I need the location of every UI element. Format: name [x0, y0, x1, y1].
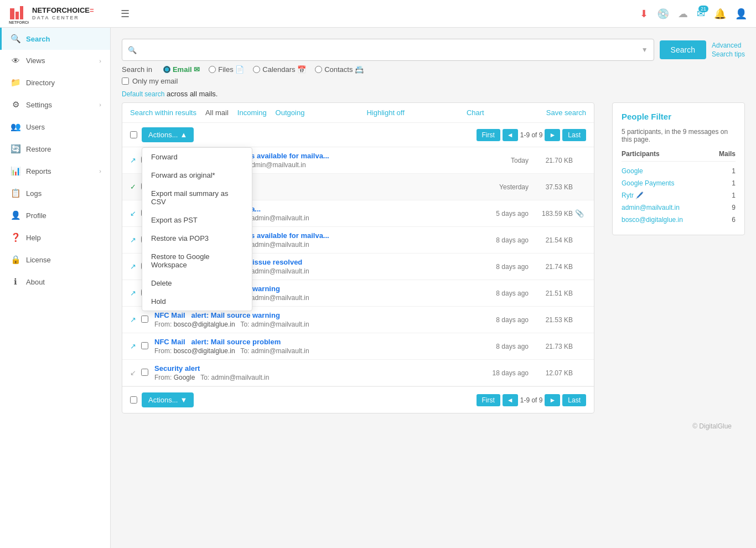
email-check-8[interactable]	[141, 342, 148, 349]
footer: © DigitalGlue	[122, 413, 745, 439]
svg-rect-1	[15, 12, 19, 19]
select-all-checkbox-bottom[interactable]	[130, 396, 137, 404]
chart-link[interactable]: Chart	[467, 108, 484, 117]
main-content: 🔍 ▼ Search Advanced Search tips Search i…	[111, 28, 756, 548]
participant-row-1: Google 1	[622, 165, 736, 177]
prev-btn-bottom[interactable]: ◄	[503, 394, 518, 406]
action-hold[interactable]: Hold	[142, 292, 252, 311]
action-delete[interactable]: Delete	[142, 274, 252, 292]
search-sidebar-icon: 🔍	[11, 34, 20, 44]
email-check-7[interactable]	[141, 316, 148, 323]
sidebar-item-settings[interactable]: ⚙ Settings ›	[0, 94, 110, 116]
participant-count-5: 6	[732, 216, 736, 224]
email-size-3: 183.59 KB	[529, 210, 573, 218]
cloud-icon[interactable]: ☁	[678, 8, 688, 20]
participants-header: Participants Mails	[622, 150, 736, 162]
hamburger-menu[interactable]: ☰	[121, 8, 130, 20]
dir-icon-6: ↗	[130, 289, 141, 297]
action-forward-original[interactable]: Forward as original*	[142, 166, 252, 184]
next-btn-top[interactable]: ►	[545, 129, 560, 141]
sidebar-label-restore: Restore	[26, 145, 51, 153]
radio-email[interactable]: Email ✉	[163, 65, 200, 74]
incoming-link[interactable]: Incoming	[237, 108, 267, 117]
action-restore-pop3[interactable]: Restore via POP3	[142, 229, 252, 247]
action-restore-google[interactable]: Restore to Google Workspace	[142, 247, 252, 274]
highlight-link[interactable]: Highlight off	[366, 108, 404, 117]
search-input[interactable]	[140, 46, 641, 54]
first-btn-top[interactable]: First	[477, 129, 500, 141]
actions-button-bottom[interactable]: Actions... ▼	[142, 392, 194, 407]
next-btn-bottom[interactable]: ►	[545, 394, 560, 406]
users-icon: 👥	[11, 122, 20, 132]
nav-right-icons: ⬇ 💿 ☁ ✉ 21 🔔 👤	[640, 8, 747, 20]
sidebar-item-profile[interactable]: 👤 Profile	[0, 204, 110, 226]
results-area: Search within results All mail Incoming …	[122, 102, 594, 413]
radio-files[interactable]: Files 📄	[209, 65, 244, 74]
participant-name-4[interactable]: admin@mailvault.in	[622, 204, 680, 211]
sidebar-item-about[interactable]: ℹ About	[0, 271, 110, 293]
download-icon[interactable]: ⬇	[640, 8, 648, 20]
advanced-link[interactable]: Advanced	[712, 42, 741, 49]
action-export-pst[interactable]: Export as PST	[142, 211, 252, 229]
participant-name-2[interactable]: Google Payments	[622, 179, 674, 187]
default-search-text: Default search across all mails.	[122, 90, 745, 98]
email-subject-8[interactable]: NFC Mail alert: Mail source problem	[154, 338, 479, 346]
outgoing-link[interactable]: Outgoing	[276, 108, 305, 117]
email-from-to-9: From: Google To: admin@mailvault.in	[154, 374, 479, 381]
participant-name-3[interactable]: Rytr 🖊️	[622, 192, 644, 199]
only-my-email-checkbox[interactable]	[122, 77, 129, 85]
sidebar-item-views[interactable]: 👁 Views ›	[0, 50, 110, 71]
pagination-top: First ◄ 1-9 of 9 ► Last	[477, 129, 587, 141]
search-within-results-link[interactable]: Search within results	[130, 108, 196, 117]
sidebar-label-reports: Reports	[26, 167, 51, 175]
bell-icon[interactable]: 🔔	[714, 8, 726, 20]
first-btn-bottom[interactable]: First	[477, 394, 500, 406]
email-size-4: 21.54 KB	[529, 236, 573, 244]
last-btn-bottom[interactable]: Last	[562, 394, 586, 406]
people-filter-title: People Filter	[622, 112, 736, 121]
search-in-row: Search in Email ✉ Files 📄 Calendars 📅 Co…	[122, 65, 745, 74]
sidebar-item-help[interactable]: ❓ Help	[0, 226, 110, 249]
mail-icon[interactable]: ✉ 21	[697, 8, 705, 20]
email-subject-7[interactable]: NFC Mail alert: Mail source warning	[154, 311, 479, 319]
participant-count-4: 9	[732, 204, 736, 211]
sidebar-item-search[interactable]: 🔍 Search	[0, 28, 110, 50]
sidebar-item-license[interactable]: 🔒 License	[0, 249, 110, 271]
search-button[interactable]: Search	[660, 40, 706, 59]
user-icon[interactable]: 👤	[735, 8, 747, 20]
select-all-checkbox-top[interactable]	[130, 131, 137, 138]
sidebar-item-logs[interactable]: 📋 Logs	[0, 182, 110, 204]
default-search-link[interactable]: Default search	[122, 90, 164, 98]
radio-calendars[interactable]: Calendars 📅	[253, 65, 306, 74]
database-icon[interactable]: 💿	[657, 8, 669, 20]
radio-email-label: Email ✉	[173, 65, 200, 74]
sidebar-item-users[interactable]: 👥 Users	[0, 116, 110, 138]
participant-name-5[interactable]: bosco@digitalglue.in	[622, 216, 683, 224]
save-search-link[interactable]: Save search	[546, 108, 586, 117]
email-subject-9[interactable]: Security alert	[154, 364, 479, 373]
participant-count-1: 1	[732, 167, 736, 175]
sidebar-item-directory[interactable]: 📁 Directory	[0, 71, 110, 94]
email-check-9[interactable]	[141, 369, 148, 376]
email-content-8: NFC Mail alert: Mail source problem From…	[154, 338, 479, 355]
action-export-csv[interactable]: Export mail summary as CSV	[142, 184, 252, 211]
search-links: Advanced Search tips	[712, 42, 745, 58]
search-tips-link[interactable]: Search tips	[712, 50, 745, 58]
prev-btn-top[interactable]: ◄	[503, 129, 518, 141]
sidebar-item-reports[interactable]: 📊 Reports ›	[0, 160, 110, 182]
email-date-7: 8 days ago	[479, 316, 529, 324]
sidebar-item-restore[interactable]: 🔄 Restore	[0, 138, 110, 160]
search-input-icon: 🔍	[128, 46, 137, 54]
last-btn-top[interactable]: Last	[562, 129, 586, 141]
dir-icon-8: ↗	[130, 342, 141, 350]
sidebar: 🔍 Search 👁 Views › 📁 Directory ⚙ Setting…	[0, 28, 111, 548]
dir-icon-7: ↗	[130, 316, 141, 324]
participant-name-1[interactable]: Google	[622, 167, 643, 175]
search-dropdown-arrow[interactable]: ▼	[641, 46, 648, 54]
only-my-email-label: Only my email	[132, 77, 178, 85]
results-toolbar: Search within results All mail Incoming …	[122, 103, 594, 123]
participant-row-4: admin@mailvault.in 9	[622, 201, 736, 214]
radio-contacts[interactable]: Contacts 📇	[315, 65, 364, 74]
action-forward[interactable]: Forward	[142, 148, 252, 166]
actions-button-top[interactable]: Actions... ▲	[142, 127, 194, 142]
